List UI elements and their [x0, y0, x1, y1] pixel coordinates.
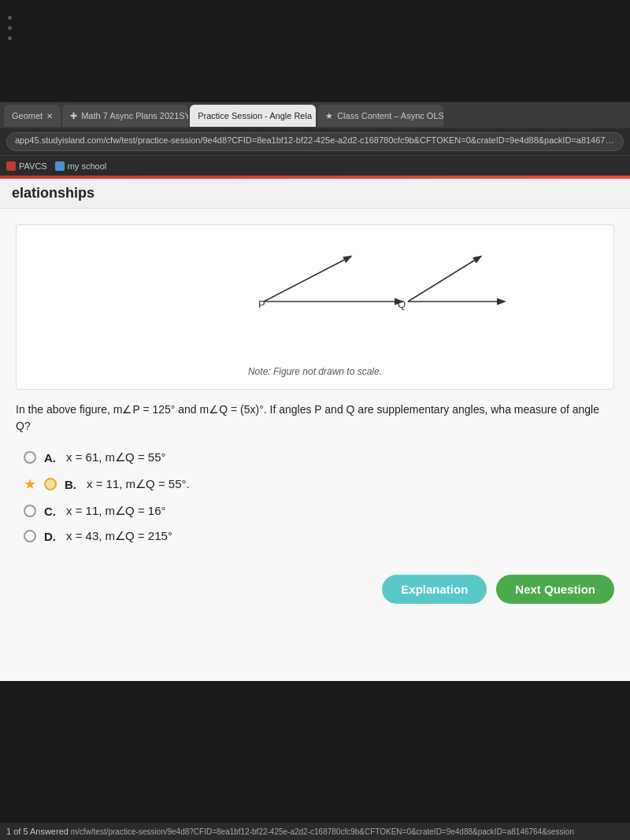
- page-title-bar: elationships: [0, 179, 630, 209]
- choice-d-letter: D.: [44, 530, 58, 543]
- bookmark-myschool[interactable]: my school: [55, 161, 107, 171]
- radio-c[interactable]: [24, 505, 36, 517]
- address-bar: app45.studyisland.com/cfw/test/practice-…: [0, 128, 630, 155]
- figure-note: Note: Figure not drawn to scale.: [248, 366, 382, 377]
- answered-label: 1 of 5 Answered: [6, 827, 69, 836]
- explanation-button[interactable]: Explanation: [382, 575, 487, 604]
- bookmarks-bar: PAVCS my school: [0, 155, 630, 176]
- radio-a[interactable]: [24, 451, 36, 464]
- browser-chrome: Geomet ✕ ✚ Math 7 Async Plans 2021SY - ✕…: [0, 102, 630, 176]
- svg-line-2: [264, 257, 350, 302]
- decorative-dots: [8, 16, 12, 40]
- tab-math7[interactable]: ✚ Math 7 Async Plans 2021SY - ✕: [62, 105, 188, 127]
- choice-b[interactable]: ★ B. x = 11, m∠Q = 55°.: [24, 476, 614, 493]
- tab-geomet-label: Geomet: [12, 111, 43, 120]
- svg-line-4: [408, 257, 480, 302]
- choice-b-letter: B.: [65, 478, 79, 491]
- star-tab-icon: ★: [325, 111, 333, 121]
- tab-math7-label: Math 7 Async Plans 2021SY -: [81, 111, 188, 120]
- svg-text:Q: Q: [398, 298, 406, 310]
- tab-class-content[interactable]: ★ Class Content – Async OLS M: [317, 105, 443, 127]
- star-icon: ★: [24, 476, 36, 493]
- choice-c-text: x = 11, m∠Q = 16°: [66, 504, 166, 518]
- geometry-figure: P Q: [118, 237, 512, 363]
- dot-3: [8, 36, 12, 40]
- radio-b[interactable]: [44, 478, 57, 490]
- choice-a-text: x = 61, m∠Q = 55°: [66, 450, 166, 464]
- dot-2: [8, 26, 12, 30]
- tab-geomet-close[interactable]: ✕: [46, 112, 53, 120]
- dark-top-area: [0, 0, 630, 102]
- tab-practice[interactable]: Practice Session - Angle Rela ✕: [190, 105, 316, 127]
- bookmark-myschool-label: my school: [68, 161, 107, 171]
- choice-c-letter: C.: [44, 505, 58, 518]
- tab-bar: Geomet ✕ ✚ Math 7 Async Plans 2021SY - ✕…: [0, 103, 630, 128]
- figure-container: P Q Note: Figure not drawn to scale.: [16, 224, 614, 390]
- next-question-button[interactable]: Next Question: [496, 575, 614, 604]
- radio-d[interactable]: [24, 530, 36, 542]
- buttons-row: Explanation Next Question: [16, 567, 614, 612]
- choice-a[interactable]: A. x = 61, m∠Q = 55°: [24, 450, 614, 464]
- bookmark-pavcs[interactable]: PAVCS: [6, 161, 47, 171]
- svg-text:P: P: [258, 298, 265, 310]
- pavcs-icon: [6, 161, 16, 171]
- bookmark-pavcs-label: PAVCS: [19, 161, 47, 171]
- choice-d[interactable]: D. x = 43, m∠Q = 215°: [24, 529, 614, 543]
- bottom-bar: 1 of 5 Answered m/cfw/test/practice-sess…: [0, 823, 630, 840]
- choice-b-text: x = 11, m∠Q = 55°.: [87, 477, 190, 491]
- choice-a-letter: A.: [44, 451, 58, 464]
- page-title: elationships: [12, 185, 94, 201]
- main-content: P Q Note: Figure not drawn to scale. In …: [0, 209, 630, 681]
- url-display[interactable]: app45.studyisland.com/cfw/test/practice-…: [6, 132, 624, 151]
- tab-class-content-label: Class Content – Async OLS M: [337, 111, 443, 120]
- answer-choices: A. x = 61, m∠Q = 55° ★ B. x = 11, m∠Q = …: [16, 450, 614, 543]
- tab-practice-label: Practice Session - Angle Rela: [198, 111, 312, 120]
- choice-c[interactable]: C. x = 11, m∠Q = 16°: [24, 504, 614, 518]
- dot-1: [8, 16, 12, 20]
- myschool-icon: [55, 161, 65, 171]
- bottom-url: m/cfw/test/practice-session/9e4d8?CFID=8…: [71, 827, 574, 836]
- tab-geomet[interactable]: Geomet ✕: [4, 105, 61, 127]
- choice-d-text: x = 43, m∠Q = 215°: [66, 529, 172, 543]
- question-text: In the above figure, m∠P = 125° and m∠Q …: [16, 401, 614, 435]
- tab-plus-icon: ✚: [70, 111, 77, 121]
